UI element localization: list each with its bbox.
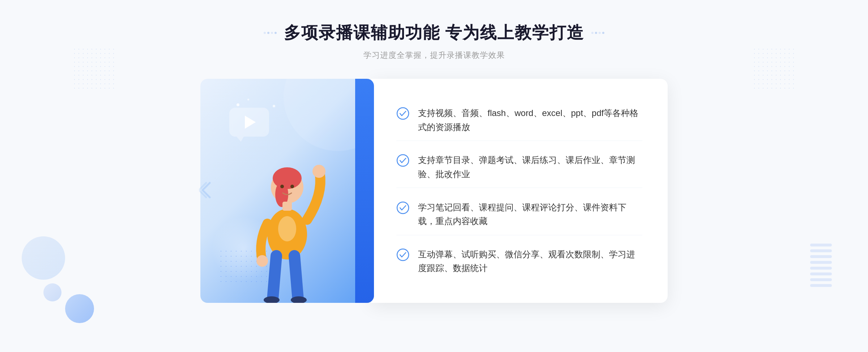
check-icon-1 (396, 107, 409, 120)
stripe-line-8 (810, 284, 832, 287)
check-icon-2 (396, 154, 409, 167)
svg-point-14 (397, 202, 409, 214)
stripe-line-7 (810, 278, 832, 281)
svg-point-9 (278, 216, 296, 241)
svg-point-5 (312, 165, 326, 178)
dot-6 (595, 32, 597, 34)
svg-point-10 (280, 185, 284, 188)
dot-1 (264, 32, 266, 34)
features-panel: 支持视频、音频、flash、word、excel、ppt、pdf等各种格式的资源… (371, 79, 668, 303)
stripe-line-2 (810, 249, 832, 252)
dot-5 (591, 32, 593, 34)
dot-3 (271, 32, 273, 34)
feature-text-2: 支持章节目录、弹题考试、课后练习、课后作业、章节测验、批改作业 (418, 153, 642, 181)
deco-circle-small (43, 283, 61, 301)
blue-semicircle-deco (22, 236, 65, 280)
dot-4 (275, 32, 277, 34)
sparkle-1 (237, 103, 239, 106)
feature-text-3: 学习笔记回看、课程提问、课程评论打分、课件资料下载，重点内容收藏 (418, 201, 642, 228)
svg-point-6 (256, 255, 268, 267)
feature-text-1: 支持视频、音频、flash、word、excel、ppt、pdf等各种格式的资源… (418, 106, 642, 134)
sparkle-2 (247, 99, 249, 100)
dot-pattern-left (72, 47, 116, 90)
subtitle: 学习进度全掌握，提升录播课教学效果 (264, 50, 605, 61)
feature-item-2: 支持章节目录、弹题考试、课后练习、课后作业、章节测验、批改作业 (396, 147, 642, 188)
svg-point-11 (290, 185, 294, 188)
title-row: 多项录播课辅助功能 专为线上教学打造 (264, 22, 605, 44)
dot-7 (599, 32, 601, 34)
title-decoration-right (591, 32, 604, 34)
check-icon-3 (396, 201, 409, 214)
stripe-line-5 (810, 267, 832, 270)
illustration-card (200, 79, 374, 303)
check-icon-4 (396, 248, 409, 261)
sparkle-3 (273, 105, 275, 107)
feature-item-4: 互动弹幕、试听购买、微信分享、观看次数限制、学习进度跟踪、数据统计 (396, 241, 642, 282)
feature-text-4: 互动弹幕、试听购买、微信分享、观看次数限制、学习进度跟踪、数据统计 (418, 248, 642, 275)
page-container: 多项录播课辅助功能 专为线上教学打造 学习进度全掌握，提升录播课教学效果 (0, 0, 868, 352)
stripe-decoration (810, 244, 832, 287)
header-section: 多项录播课辅助功能 专为线上教学打造 学习进度全掌握，提升录播课教学效果 (264, 22, 605, 61)
dot-pattern-right (752, 47, 796, 90)
stripe-line-3 (810, 255, 832, 258)
main-title: 多项录播课辅助功能 专为线上教学打造 (284, 22, 584, 44)
feature-item-1: 支持视频、音频、flash、word、excel、ppt、pdf等各种格式的资源… (396, 100, 642, 141)
svg-point-12 (397, 108, 409, 119)
title-decoration-left (264, 32, 277, 34)
dot-2 (267, 32, 269, 34)
svg-point-15 (397, 249, 409, 261)
person-illustration (237, 122, 338, 303)
deco-circle-large (65, 294, 94, 323)
content-area: 支持视频、音频、flash、word、excel、ppt、pdf等各种格式的资源… (181, 79, 687, 303)
dot-8 (602, 32, 604, 34)
stripe-line-1 (810, 244, 832, 246)
feature-item-3: 学习笔记回看、课程提问、课程评论打分、课件资料下载，重点内容收藏 (396, 194, 642, 235)
chevron-decoration (199, 181, 213, 201)
stripe-line-4 (810, 261, 832, 264)
svg-rect-4 (282, 202, 292, 211)
svg-point-13 (397, 155, 409, 166)
blue-bar (355, 79, 374, 303)
stripe-line-6 (810, 272, 832, 275)
